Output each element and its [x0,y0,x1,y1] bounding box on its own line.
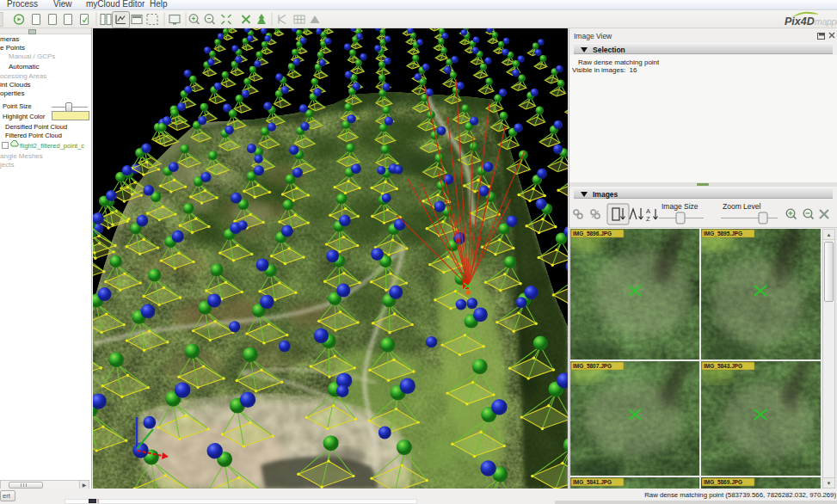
svg-text:Zoom Level: Zoom Level [723,202,761,211]
svg-text:IMG_5895.JPG: IMG_5895.JPG [704,230,742,237]
svg-text:IMG_5807.JPG: IMG_5807.JPG [573,363,612,369]
svg-text:mapper: mapper [815,16,837,27]
svg-text:IMG_5843.JPG: IMG_5843.JPG [704,363,742,369]
svg-text:Z: Z [646,215,650,223]
svg-text:Pix4D: Pix4D [785,15,815,28]
svg-text:IMG_5896.JPG: IMG_5896.JPG [573,230,612,237]
svg-text:Image Size: Image Size [662,202,699,211]
svg-text:A: A [646,207,650,215]
svg-text:IMG_5869.JPG: IMG_5869.JPG [704,479,742,485]
svg-text:IMG_5841.JPG: IMG_5841.JPG [573,479,612,485]
